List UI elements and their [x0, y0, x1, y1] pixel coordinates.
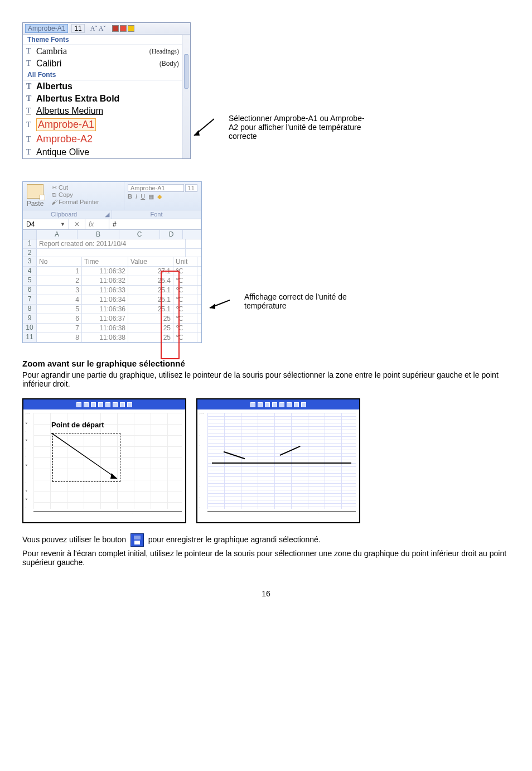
svg-marker-3	[210, 303, 215, 309]
font-section-theme: Theme Fonts	[23, 35, 182, 45]
excel-column-headers: A B C D	[23, 230, 201, 239]
chevron-down-icon: ▼	[60, 221, 65, 227]
cell-time[interactable]: 11:06:34	[82, 295, 128, 304]
graph-toolbar[interactable]	[197, 399, 359, 409]
cell-time[interactable]: 11:06:38	[82, 333, 128, 342]
font-grow-shrink[interactable]: A˘ A˘	[90, 25, 106, 33]
cell-no[interactable]: 4	[37, 295, 82, 304]
paste-button[interactable]: Paste	[23, 182, 47, 210]
font-dropdown-scrollbar[interactable]	[182, 35, 190, 158]
cell-no[interactable]: 8	[37, 333, 82, 342]
copy-button[interactable]: ⧉Copy	[51, 191, 120, 199]
font-item-label: Cambria	[36, 46, 67, 56]
header-value[interactable]: Value	[128, 257, 173, 266]
graph-before-zoom: · · · ·v·v··v··vv· Point de départ ·····…	[22, 398, 186, 523]
cell-time[interactable]: 11:06:38	[82, 324, 128, 333]
italic-button[interactable]: I	[136, 193, 137, 200]
table-row: 1 Report created on: 2011/10/4	[23, 239, 201, 249]
font-item-albertus-extra-bold[interactable]: T Albertus Extra Bold	[23, 93, 182, 105]
callout-select-font: Sélectionner Amprobe-A1 ou Amprobe-A2 po…	[229, 114, 374, 141]
header-no[interactable]: No	[37, 257, 82, 266]
col-head-b[interactable]: B	[78, 230, 119, 239]
row-head[interactable]: 6	[23, 286, 37, 295]
graph-plot-area[interactable]	[207, 413, 356, 509]
truetype-icon: T	[26, 121, 36, 129]
ribbon-font-size[interactable]: 11	[185, 184, 197, 192]
cell-no[interactable]: 3	[37, 286, 82, 295]
truetype-icon: T	[26, 47, 36, 56]
select-all-corner[interactable]	[23, 230, 37, 239]
row-head[interactable]: 11	[23, 333, 37, 342]
cell-no[interactable]: 5	[37, 305, 82, 314]
callout-unit-display: Affichage correct de l'unité de températ…	[244, 292, 389, 310]
empty-cell[interactable]	[37, 249, 186, 257]
header-unit[interactable]: Unit	[173, 257, 197, 266]
fill-color-icon[interactable]: ◆	[157, 193, 162, 200]
page-number: 16	[22, 589, 510, 598]
row-head[interactable]: 2	[23, 249, 37, 257]
ribbon-font-name[interactable]: Amprobe-A1	[128, 184, 184, 192]
border-icon[interactable]: ▦	[148, 193, 154, 200]
font-item-label: Albertus Extra Bold	[36, 94, 119, 104]
cell-time[interactable]: 11:06:37	[82, 314, 128, 323]
truetype-icon: T	[26, 94, 36, 103]
cut-button[interactable]: ✂Cut	[51, 184, 120, 191]
font-item-albertus-medium[interactable]: T Albertus Medium	[23, 105, 182, 117]
graph-after-zoom: · · · ·········· ·····	[196, 398, 360, 523]
save-icon[interactable]	[130, 533, 144, 547]
report-created-cell[interactable]: Report created on: 2011/10/4	[37, 239, 186, 248]
header-time[interactable]: Time	[82, 257, 128, 266]
copy-icon: ⧉	[51, 191, 57, 199]
underline-button[interactable]: U	[141, 193, 145, 200]
font-item-cambria[interactable]: T Cambria (Headings)	[23, 45, 182, 57]
graph-x-ticks: ·····	[207, 511, 356, 520]
row-head[interactable]: 1	[23, 239, 37, 248]
cell-no[interactable]: 1	[37, 267, 82, 276]
col-head-c[interactable]: C	[119, 230, 160, 239]
cell-time[interactable]: 11:06:36	[82, 305, 128, 314]
zoom-figures: · · · ·v·v··v··vv· Point de départ ·····…	[22, 398, 510, 523]
font-item-label: Albertus Medium	[36, 106, 103, 116]
row-head[interactable]: 10	[23, 324, 37, 333]
row-head[interactable]: 8	[23, 305, 37, 314]
paste-icon	[27, 184, 43, 199]
truetype-icon: T	[26, 82, 36, 91]
format-painter-button[interactable]: 🖌Format Painter	[51, 199, 120, 205]
unit-column-highlight	[161, 271, 180, 359]
cell-time[interactable]: 11:06:33	[82, 286, 128, 295]
cell-time[interactable]: 11:06:32	[82, 276, 128, 285]
dialog-launcher-icon[interactable]: ◢	[105, 211, 109, 218]
callout-arrow-icon	[192, 113, 214, 147]
graph-toolbar[interactable]	[23, 399, 185, 409]
font-item-calibri[interactable]: T Calibri (Body)	[23, 57, 182, 70]
font-item-antique-olive[interactable]: T Antique Olive	[23, 146, 182, 158]
row-head[interactable]: 3	[23, 257, 37, 266]
col-head-d[interactable]: D	[160, 230, 183, 239]
col-head-a[interactable]: A	[37, 230, 78, 239]
font-item-albertus[interactable]: T Albertus	[23, 80, 182, 93]
row-head[interactable]: 9	[23, 314, 37, 323]
font-name-box[interactable]: Amprobe-A1	[25, 24, 68, 33]
cell-no[interactable]: 7	[37, 324, 82, 333]
font-item-amprobe-a1[interactable]: T Amprobe-A1	[23, 117, 182, 132]
paste-label: Paste	[24, 200, 46, 208]
font-dropdown: Amprobe-A1 11 A˘ A˘ Theme Fonts T Cambri…	[22, 22, 191, 159]
scissors-icon: ✂	[51, 184, 57, 191]
font-size-box[interactable]: 11	[71, 24, 84, 33]
font-color-swatches[interactable]	[112, 25, 134, 32]
fx-cancel-icon[interactable]: ✕	[69, 219, 85, 229]
graph-x-ticks: ·······	[33, 511, 182, 520]
row-head[interactable]: 5	[23, 276, 37, 285]
cell-no[interactable]: 6	[37, 314, 82, 323]
cell-no[interactable]: 2	[37, 276, 82, 285]
font-item-label: Calibri	[36, 59, 61, 69]
row-head[interactable]: 4	[23, 267, 37, 276]
graph-y-ticks: ··········	[200, 413, 206, 509]
formula-bar[interactable]: #	[109, 219, 201, 229]
font-item-amprobe-a2[interactable]: T Amprobe-A2	[23, 132, 182, 146]
name-box[interactable]: D4▼	[23, 219, 69, 229]
row-head[interactable]: 7	[23, 295, 37, 304]
bold-button[interactable]: B	[128, 193, 132, 200]
cell-time[interactable]: 11:06:32	[82, 267, 128, 276]
ribbon-group-labels: Clipboard◢ Font	[23, 210, 201, 219]
